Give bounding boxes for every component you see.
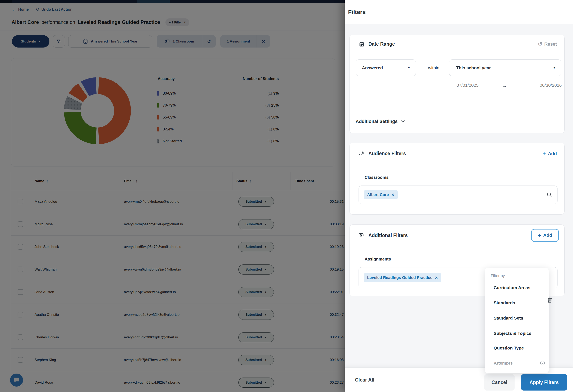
audience-filters-card: Audience Filters + Add Classrooms Albert… — [349, 143, 565, 215]
chevron-down-icon: ▼ — [408, 66, 410, 69]
assignment-token: Leveled Readings Guided Practice ✕ — [364, 273, 441, 282]
calendar-icon — [359, 41, 365, 47]
menu-item-subjects-topics[interactable]: Subjects & Topics — [494, 330, 531, 337]
menu-item-standard-sets[interactable]: Standard Sets — [494, 315, 523, 321]
period-value: This school year — [456, 65, 491, 70]
funnel-icon — [359, 233, 365, 238]
divider — [350, 164, 564, 164]
audience-add-button[interactable]: + Add — [543, 143, 557, 164]
answered-value: Answered — [362, 65, 383, 70]
panel-body: Date Range ↺ Reset Answered ▼ within Thi… — [345, 24, 573, 368]
token-label: Leveled Readings Guided Practice — [367, 275, 432, 280]
classrooms-input[interactable]: Albert Core ✕ — [358, 186, 557, 204]
undo-icon: ↺ — [538, 41, 542, 47]
audience-icon — [359, 151, 365, 157]
apply-filters-button[interactable]: Apply Filters — [521, 374, 567, 391]
divider — [350, 246, 564, 246]
clear-all-button[interactable]: Clear All — [355, 368, 374, 392]
audience-filters-title: Audience Filters — [368, 151, 406, 156]
date-range-reset-button[interactable]: ↺ Reset — [538, 35, 557, 53]
additional-filters-add-button[interactable]: + Add — [531, 229, 559, 242]
menu-item-attempts: Attempts — [494, 360, 513, 366]
search-icon — [546, 192, 552, 198]
screen: ← Home ↺ Undo Last Action Albert Core pe… — [0, 0, 573, 392]
additional-settings-label: Additional Settings — [356, 119, 397, 124]
delete-assignments-filter-button[interactable] — [547, 297, 553, 303]
menu-item-question-type[interactable]: Question Type — [494, 345, 524, 351]
remove-token-icon[interactable]: ✕ — [435, 276, 438, 280]
period-select[interactable]: This school year ▼ — [449, 59, 561, 76]
cancel-button[interactable]: Cancel — [484, 374, 515, 391]
classroom-token: Albert Core ✕ — [364, 190, 398, 199]
add-label: Add — [543, 233, 552, 238]
add-label: Add — [548, 151, 557, 156]
token-label: Albert Core — [367, 193, 389, 197]
reset-label: Reset — [544, 41, 557, 47]
chevron-down-icon — [401, 120, 405, 123]
info-icon[interactable] — [540, 360, 545, 366]
date-range-header: Date Range ↺ Reset — [350, 35, 564, 53]
modal-overlay-scrim[interactable] — [0, 0, 345, 392]
panel-title: Filters — [348, 9, 366, 16]
plus-icon: + — [543, 150, 546, 157]
additional-filters-title: Additional Filters — [368, 233, 408, 238]
audience-filters-header: Audience Filters + Add — [350, 143, 564, 164]
filters-panel: Filters Date Range ↺ Reset — [345, 0, 573, 392]
additional-settings-toggle[interactable]: Additional Settings — [356, 119, 405, 124]
assignments-label: Assignments — [365, 257, 391, 262]
plus-icon: + — [538, 232, 541, 239]
remove-token-icon[interactable]: ✕ — [391, 193, 394, 197]
scroll-gutter-line — [568, 47, 568, 391]
filter-by-menu: Filter by... Curriculum AreasStandardsSt… — [485, 267, 549, 373]
answered-select[interactable]: Answered ▼ — [356, 59, 416, 76]
classrooms-label: Classrooms — [365, 175, 389, 180]
divider — [350, 53, 564, 53]
start-date: 07/01/2025 — [457, 83, 479, 88]
menu-item-curriculum-areas[interactable]: Curriculum Areas — [494, 285, 530, 291]
chevron-down-icon: ▼ — [553, 66, 555, 69]
date-range-title: Date Range — [368, 41, 395, 47]
arrow-right-icon: → — [502, 83, 507, 89]
menu-item-standards[interactable]: Standards — [494, 300, 515, 306]
filter-by-header: Filter by... — [491, 273, 508, 278]
date-range-card: Date Range ↺ Reset Answered ▼ within Thi… — [349, 35, 565, 133]
date-range-values: 07/01/2025 → 06/30/2026 — [350, 83, 562, 89]
end-date: 06/30/2026 — [540, 83, 562, 88]
within-label: within — [428, 59, 439, 76]
